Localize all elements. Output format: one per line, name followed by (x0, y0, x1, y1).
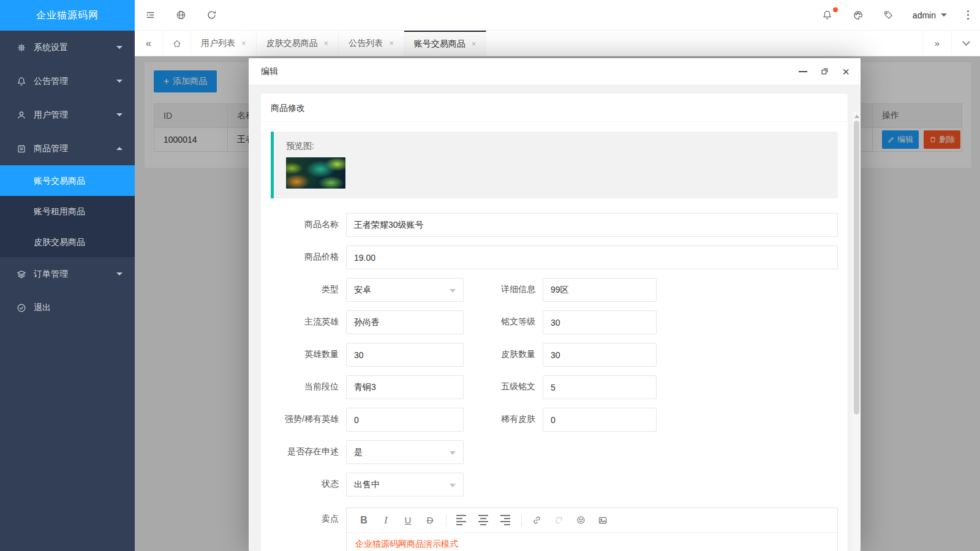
product-price-input[interactable] (346, 246, 838, 269)
chevron-down-icon (116, 80, 123, 83)
bell-icon (17, 77, 26, 86)
home-tab[interactable] (163, 31, 191, 56)
globe-icon[interactable] (165, 0, 196, 31)
notifications-bell-icon[interactable] (812, 0, 843, 31)
tab-label: 皮肤交易商品 (266, 38, 318, 49)
align-left-icon[interactable] (453, 512, 470, 528)
app-logo: 企业猫源码网 (0, 0, 135, 31)
strikethrough-icon[interactable]: D (421, 512, 439, 528)
insert-image-icon[interactable] (594, 512, 611, 528)
sidebar-item-label: 系统设置 (34, 42, 116, 53)
layers-icon (17, 269, 26, 279)
tag-icon[interactable] (873, 0, 904, 31)
theme-palette-icon[interactable] (843, 0, 873, 31)
refresh-icon[interactable] (196, 0, 227, 31)
select-value: 是 (354, 447, 363, 458)
select-value: 出售中 (354, 479, 380, 490)
more-menu-icon[interactable] (956, 10, 980, 20)
field-label: 五级铭文 (464, 375, 543, 392)
tab-account-trade[interactable]: 账号交易商品 × (404, 31, 487, 56)
tabs-dropdown-icon[interactable] (951, 31, 980, 56)
top-header: admin (135, 0, 980, 31)
user-menu[interactable]: admin (904, 10, 956, 20)
sidebar-item-logout[interactable]: 退出 (0, 291, 135, 324)
minimize-icon[interactable] (799, 71, 807, 72)
editor-content[interactable]: 企业猫源码网商品演示模式 (347, 533, 837, 551)
tab-bar: « 用户列表 × 皮肤交易商品 × 公告列表 × 账号交易商品 × » (135, 31, 980, 56)
tab-label: 账号交易商品 (414, 39, 466, 50)
sidebar-toggle-icon[interactable] (135, 0, 165, 31)
notification-badge (833, 7, 838, 12)
field-label: 商品名称 (271, 213, 346, 230)
align-center-icon[interactable] (475, 512, 492, 528)
modal-scrollbar[interactable] (853, 112, 861, 551)
italic-icon[interactable]: I (377, 512, 394, 528)
hero-count-input[interactable] (346, 343, 464, 367)
edit-modal: 编辑 × 商品修改 预览图: 商品名称 (249, 58, 861, 551)
scroll-up-arrow[interactable] (854, 114, 859, 118)
field-label: 卖点 (271, 508, 346, 525)
level5-rune-input[interactable] (543, 375, 657, 399)
field-label: 商品价格 (271, 246, 346, 263)
tabbar-right: » (922, 31, 980, 56)
tabs-collapse-icon[interactable]: « (135, 31, 163, 56)
products-submenu: 账号交易商品 账号租用商品 皮肤交易商品 (0, 165, 135, 257)
field-label: 当前段位 (271, 375, 346, 392)
toolbar-divider (521, 515, 522, 526)
rune-level-input[interactable] (543, 310, 657, 334)
maximize-icon[interactable] (821, 67, 829, 75)
modal-title: 编辑 (261, 66, 278, 77)
appeal-select[interactable]: 是 (346, 440, 464, 464)
main-hero-input[interactable] (346, 310, 464, 334)
modal-window-controls: × (799, 66, 850, 78)
detail-info-input[interactable] (543, 278, 657, 302)
chevron-down-icon (116, 272, 123, 276)
sidebar-item-system-settings[interactable]: 系统设置 (0, 31, 135, 64)
product-name-input[interactable] (346, 213, 838, 237)
scrollbar-thumb[interactable] (854, 121, 859, 414)
type-select[interactable]: 安卓 (346, 278, 464, 302)
tab-user-list[interactable]: 用户列表 × (191, 31, 257, 56)
sidebar-item-account-trade[interactable]: 账号交易商品 (0, 165, 135, 196)
home-icon (172, 39, 182, 48)
chevron-down-icon (116, 113, 123, 116)
tab-close-icon[interactable]: × (472, 39, 477, 48)
close-icon[interactable]: × (842, 66, 850, 78)
rare-hero-input[interactable] (346, 408, 464, 432)
logout-icon (17, 303, 26, 313)
field-label: 状态 (271, 473, 346, 490)
sidebar-item-products[interactable]: 商品管理 (0, 132, 135, 165)
modal-titlebar: 编辑 × (249, 58, 861, 85)
product-preview-image (286, 157, 345, 189)
underline-icon[interactable]: U (399, 512, 417, 528)
emoji-icon[interactable] (572, 512, 589, 528)
tab-skin-trade[interactable]: 皮肤交易商品 × (257, 31, 339, 56)
gear-icon (17, 43, 26, 53)
rare-skin-input[interactable] (543, 408, 657, 432)
align-right-icon[interactable] (497, 512, 514, 528)
sidebar-item-account-rent[interactable]: 账号租用商品 (0, 196, 135, 227)
link-icon[interactable] (528, 512, 545, 528)
tab-label: 公告列表 (349, 38, 383, 49)
rich-text-editor: B I U D (346, 508, 838, 551)
skin-count-input[interactable] (543, 343, 657, 367)
tab-close-icon[interactable]: × (241, 39, 246, 48)
modal-body: 商品修改 预览图: 商品名称 商品价格 类型 安卓 (249, 85, 861, 551)
bold-icon[interactable]: B (355, 512, 372, 528)
current-rank-input[interactable] (346, 375, 464, 399)
sidebar-item-users[interactable]: 用户管理 (0, 98, 135, 132)
tabs-more-icon[interactable]: » (922, 31, 951, 56)
editor-toolbar: B I U D (347, 508, 837, 533)
tab-close-icon[interactable]: × (389, 39, 394, 48)
tab-announcement-list[interactable]: 公告列表 × (339, 31, 404, 56)
unlink-icon[interactable] (550, 512, 567, 528)
user-icon (17, 110, 26, 120)
field-label: 稀有皮肤 (464, 408, 543, 425)
status-select[interactable]: 出售中 (346, 473, 464, 497)
sidebar-item-skin-trade[interactable]: 皮肤交易商品 (0, 227, 135, 257)
tab-close-icon[interactable]: × (324, 39, 329, 48)
sidebar-item-announcements[interactable]: 公告管理 (0, 64, 135, 98)
chevron-down-icon (450, 289, 456, 293)
sidebar-item-orders[interactable]: 订单管理 (0, 257, 135, 291)
field-label: 英雄数量 (271, 343, 346, 360)
